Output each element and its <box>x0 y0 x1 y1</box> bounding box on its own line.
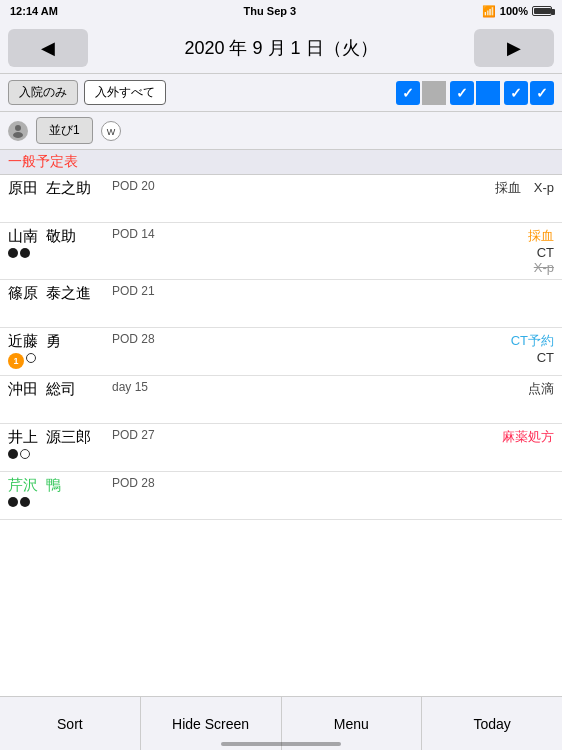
patient-name: 篠原 泰之進 <box>8 284 108 303</box>
dot <box>26 353 36 363</box>
table-row[interactable]: 芹沢 鴨 POD 28 <box>0 472 562 520</box>
table-row[interactable]: 山南 敬助 POD 14 採血 CT X-p <box>0 223 562 280</box>
patient-status: 採血 X-p <box>454 179 554 197</box>
patient-name: 近藤 勇 1 <box>8 332 108 369</box>
svg-text:W: W <box>106 127 115 137</box>
dot <box>8 248 18 258</box>
sort-button[interactable]: 並び1 <box>36 117 93 144</box>
checkbox-item-1 <box>396 81 446 105</box>
person-icon-2: W <box>101 121 121 141</box>
dot <box>20 497 30 507</box>
main-content: 一般予定表 原田 左之助 POD 20 採血 X-p 山南 <box>0 150 562 750</box>
prev-date-button[interactable]: ◀ <box>8 29 88 67</box>
person-icon-1 <box>8 121 28 141</box>
person-svg-1 <box>11 124 25 138</box>
patient-meta: POD 21 <box>108 284 454 298</box>
patient-status: 点滴 <box>454 380 554 398</box>
status-bar: 12:14 AM Thu Sep 3 📶 100% <box>0 0 562 22</box>
section-header: 一般予定表 <box>0 150 562 175</box>
home-indicator <box>221 742 341 746</box>
content-spacer <box>0 520 562 720</box>
patient-status: 採血 CT X-p <box>454 227 554 275</box>
header-title: 2020 年 9 月 1 日（火） <box>184 36 377 60</box>
dot-icons <box>8 497 108 507</box>
battery-icon <box>532 6 552 16</box>
patient-status: CT予約 CT <box>454 332 554 365</box>
svg-point-1 <box>13 132 23 138</box>
patient-name: 沖田 総司 <box>8 380 108 399</box>
patient-name: 山南 敬助 <box>8 227 108 258</box>
patient-name: 芹沢 鴨 <box>8 476 108 507</box>
patient-name: 井上 源三郎 <box>8 428 108 459</box>
svg-point-0 <box>15 125 21 131</box>
patient-meta: POD 14 <box>108 227 454 241</box>
checkbox-item-2 <box>450 81 500 105</box>
sort-row: 並び1 W <box>0 112 562 150</box>
dot <box>8 449 18 459</box>
dot <box>20 248 30 258</box>
status-time: 12:14 AM <box>10 5 58 17</box>
status-day: Thu Sep 3 <box>244 5 297 17</box>
dot <box>20 449 30 459</box>
date-header: ◀ 2020 年 9 月 1 日（火） ▶ <box>0 22 562 74</box>
pod-label: POD 14 <box>112 227 454 241</box>
checkbox-2[interactable] <box>450 81 474 105</box>
battery-label: 100% <box>500 5 528 17</box>
table-row[interactable]: 井上 源三郎 POD 27 麻薬処方 <box>0 424 562 472</box>
filter-row: 入院のみ 入外すべて <box>0 74 562 112</box>
checkbox-item-3 <box>504 81 554 105</box>
patient-meta: POD 28 <box>108 476 454 490</box>
person-icons-2: W <box>101 121 121 141</box>
next-date-button[interactable]: ▶ <box>474 29 554 67</box>
pod-label: POD 28 <box>112 476 454 490</box>
pod-label: day 15 <box>112 380 454 394</box>
section-title: 一般予定表 <box>8 153 78 169</box>
dot <box>8 497 18 507</box>
pod-label: POD 21 <box>112 284 454 298</box>
checkbox-3[interactable] <box>504 81 528 105</box>
checkbox-group <box>396 81 554 105</box>
badge: 1 <box>8 353 24 369</box>
checkbox-3b[interactable] <box>530 81 554 105</box>
color-gray <box>422 81 446 105</box>
filter-all-button[interactable]: 入外すべて <box>84 80 166 105</box>
pod-label: POD 27 <box>112 428 454 442</box>
status-right: 📶 100% <box>482 5 552 18</box>
patient-meta: day 15 <box>108 380 454 394</box>
dot-icons: 1 <box>8 353 108 369</box>
patient-meta: POD 28 <box>108 332 454 346</box>
filter-inpatient-button[interactable]: 入院のみ <box>8 80 78 105</box>
sort-toolbar-button[interactable]: Sort <box>0 697 141 750</box>
pod-label: POD 20 <box>112 179 454 193</box>
table-row[interactable]: 原田 左之助 POD 20 採血 X-p <box>0 175 562 223</box>
table-row[interactable]: 篠原 泰之進 POD 21 <box>0 280 562 328</box>
color-blue <box>476 81 500 105</box>
patient-meta: POD 27 <box>108 428 454 442</box>
table-row[interactable]: 近藤 勇 1 POD 28 CT予約 CT <box>0 328 562 376</box>
table-row[interactable]: 沖田 総司 day 15 点滴 <box>0 376 562 424</box>
today-button[interactable]: Today <box>422 697 562 750</box>
person-svg-2: W <box>104 124 118 138</box>
patient-status: 麻薬処方 <box>454 428 554 446</box>
dot-icons <box>8 248 108 258</box>
dot-icons <box>8 449 108 459</box>
patient-list: 原田 左之助 POD 20 採血 X-p 山南 敬助 <box>0 175 562 520</box>
wifi-icon: 📶 <box>482 5 496 18</box>
patient-meta: POD 20 <box>108 179 454 193</box>
checkbox-1[interactable] <box>396 81 420 105</box>
person-icons <box>8 121 28 141</box>
pod-label: POD 28 <box>112 332 454 346</box>
patient-name: 原田 左之助 <box>8 179 108 198</box>
